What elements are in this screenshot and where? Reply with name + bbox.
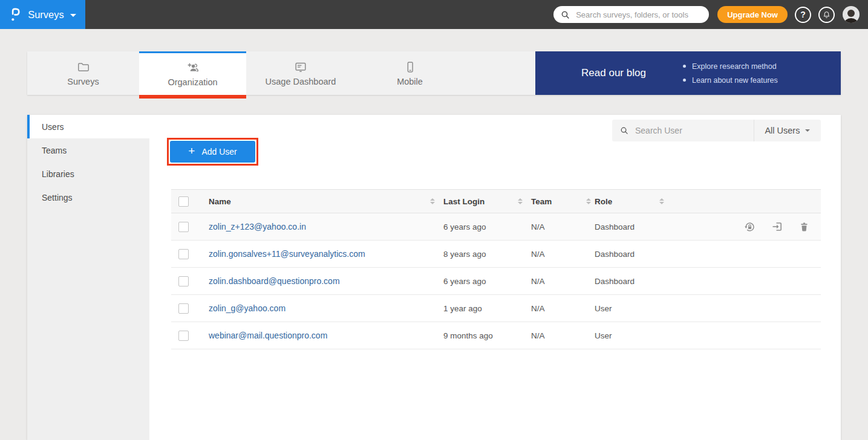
role-value: Dashboard <box>595 277 635 286</box>
last-login-value: 8 years ago <box>443 250 486 259</box>
search-user-box[interactable] <box>612 125 754 136</box>
select-all-checkbox[interactable] <box>178 196 189 207</box>
tab-mobile[interactable]: Mobile <box>355 51 465 95</box>
user-email-link[interactable]: webinar@mail.questionpro.com <box>209 331 327 340</box>
row-checkbox[interactable] <box>178 331 189 341</box>
role-value: User <box>595 331 612 340</box>
role-value: Dashboard <box>595 222 635 231</box>
tab-label: Surveys <box>67 77 99 86</box>
chevron-down-icon <box>70 14 76 17</box>
reset-password-icon <box>743 221 756 233</box>
product-switcher[interactable]: Surveys <box>0 0 85 29</box>
promo-bullet-text: Learn about new features <box>692 76 778 85</box>
global-search-input[interactable] <box>575 10 702 20</box>
row-checkbox[interactable] <box>178 222 189 232</box>
filter-selected-value: All Users <box>765 126 800 135</box>
last-login-value: 6 years ago <box>443 277 486 286</box>
global-search[interactable] <box>553 6 709 23</box>
header-label: Last Login <box>443 197 485 206</box>
user-email-link[interactable]: zolin_g@yahoo.com <box>209 303 286 313</box>
question-mark-icon: ? <box>800 10 806 19</box>
organization-panel: Users Teams Libraries Settings All Users <box>27 115 841 440</box>
bullet-dot-icon <box>683 65 686 68</box>
users-table: Name Last Login Team Role <box>171 189 821 349</box>
sidebar-item-users[interactable]: Users <box>27 115 149 138</box>
tab-usage-dashboard[interactable]: Usage Dashboard <box>246 51 355 95</box>
organization-sidebar: Users Teams Libraries Settings <box>27 115 149 440</box>
tutorial-highlight-underline <box>139 95 246 99</box>
delete-user-button[interactable] <box>798 221 810 233</box>
add-user-label: Add User <box>201 147 237 157</box>
product-menu-label: Surveys <box>28 9 64 21</box>
plus-icon: + <box>188 144 195 158</box>
user-filter-bar: All Users <box>612 120 821 141</box>
top-header: Surveys Upgrade Now ? <box>0 0 868 29</box>
sidebar-item-settings[interactable]: Settings <box>27 186 149 209</box>
sidebar-item-teams[interactable]: Teams <box>27 138 149 162</box>
team-value: N/A <box>531 304 545 313</box>
row-actions <box>664 221 821 233</box>
user-email-link[interactable]: zolin.gonsalves+11@surveyanalytics.com <box>209 249 365 259</box>
avatar-silhouette-icon <box>843 8 860 23</box>
add-user-button[interactable]: + Add User <box>170 141 255 163</box>
header-label: Role <box>595 197 612 206</box>
sidebar-item-label: Settings <box>42 193 73 202</box>
tab-label: Organization <box>168 77 217 87</box>
search-icon <box>620 126 628 135</box>
help-button[interactable]: ? <box>795 7 811 23</box>
promo-bullet-list: Explore research method Learn about new … <box>683 62 778 85</box>
questionpro-logo-icon <box>9 6 22 23</box>
users-content: All Users + Add User Name Last Login <box>149 115 841 440</box>
tab-organization[interactable]: Organization <box>139 51 246 95</box>
promo-title[interactable]: Read our blog <box>570 67 658 79</box>
role-value: User <box>595 304 612 313</box>
reset-password-button[interactable] <box>743 221 756 233</box>
table-header-row: Name Last Login Team Role <box>171 189 821 213</box>
chevron-down-icon <box>805 129 810 132</box>
table-row: zolin_g@yahoo.com 1 year ago N/A User <box>171 295 821 322</box>
login-as-user-icon <box>771 221 783 233</box>
user-email-link[interactable]: zolin.dashboard@questionpro.com <box>209 276 340 286</box>
row-checkbox[interactable] <box>178 303 189 314</box>
last-login-value: 9 months ago <box>443 331 493 340</box>
team-value: N/A <box>531 222 545 231</box>
sort-icon[interactable] <box>586 198 591 204</box>
table-row: webinar@mail.questionpro.com 9 months ag… <box>171 322 821 349</box>
promo-bullet-text: Explore research method <box>692 62 777 71</box>
role-value: Dashboard <box>595 250 635 259</box>
table-row: zolin_z+123@yahoo.co.in 6 years ago N/A … <box>171 213 821 241</box>
header-team[interactable]: Team <box>531 197 595 206</box>
user-email-link[interactable]: zolin_z+123@yahoo.co.in <box>209 222 306 231</box>
tab-surveys[interactable]: Surveys <box>27 51 139 95</box>
header-role[interactable]: Role <box>595 197 664 206</box>
row-checkbox[interactable] <box>178 249 189 259</box>
sidebar-item-label: Users <box>42 122 64 132</box>
trash-icon <box>798 221 810 233</box>
search-user-input[interactable] <box>634 125 746 136</box>
sort-icon[interactable] <box>518 198 523 204</box>
team-value: N/A <box>531 277 545 286</box>
team-value: N/A <box>531 250 545 259</box>
header-last-login[interactable]: Last Login <box>443 197 531 206</box>
row-checkbox[interactable] <box>178 276 189 286</box>
sort-icon[interactable] <box>659 198 664 204</box>
user-filter-dropdown[interactable]: All Users <box>754 126 821 135</box>
table-row: zolin.dashboard@questionpro.com 6 years … <box>171 268 821 295</box>
blog-promo-banner[interactable]: Read our blog Explore research method Le… <box>535 51 841 95</box>
notifications-button[interactable] <box>818 7 835 23</box>
sort-icon[interactable] <box>430 198 435 204</box>
search-icon <box>561 10 570 19</box>
sidebar-item-libraries[interactable]: Libraries <box>27 162 149 186</box>
upgrade-now-button[interactable]: Upgrade Now <box>717 6 788 23</box>
promo-bullet: Explore research method <box>683 62 778 71</box>
user-avatar[interactable] <box>843 6 860 23</box>
login-as-user-button[interactable] <box>771 221 783 233</box>
folder-icon <box>77 60 90 74</box>
bell-icon <box>822 10 831 19</box>
phone-icon <box>403 60 417 74</box>
dashboard-icon <box>294 60 307 74</box>
sidebar-item-label: Libraries <box>42 169 74 179</box>
header-name[interactable]: Name <box>209 197 443 206</box>
table-row: zolin.gonsalves+11@surveyanalytics.com 8… <box>171 241 821 268</box>
header-checkbox-cell <box>171 196 209 207</box>
